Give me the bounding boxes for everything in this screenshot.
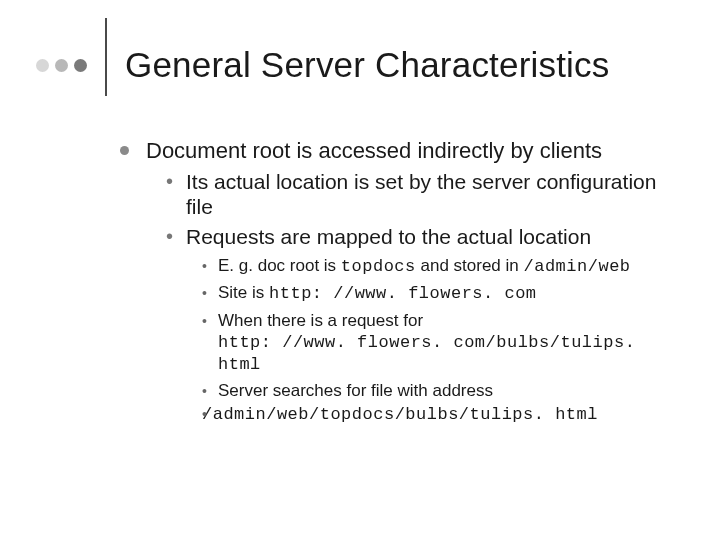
code-text: /admin/web/topdocs/bulbs/tulips. html xyxy=(202,405,598,424)
vertical-divider xyxy=(105,18,107,96)
text: Server searches for file with address xyxy=(218,381,493,400)
text: E. g. doc root is xyxy=(218,256,341,275)
text: and stored in xyxy=(416,256,524,275)
text: Site is xyxy=(218,283,269,302)
code-text: http: //www. flowers. com xyxy=(269,284,537,303)
bullet-level3: E. g. doc root is topdocs and stored in … xyxy=(202,256,666,278)
bullet-level2: Its actual location is set by the server… xyxy=(166,169,666,220)
page-title: General Server Characteristics xyxy=(125,45,610,85)
code-text: /admin/web xyxy=(524,257,631,276)
slide-body: Document root is accessed indirectly by … xyxy=(36,138,684,426)
dot-icon xyxy=(74,59,87,72)
slide: General Server Characteristics Document … xyxy=(0,0,720,540)
code-text: topdocs xyxy=(341,257,416,276)
level3-wrap: E. g. doc root is topdocs and stored in … xyxy=(166,256,666,426)
dot-icon xyxy=(36,59,49,72)
code-text: http: //www. flowers. com/bulbs/tulips. … xyxy=(218,333,635,374)
title-row: General Server Characteristics xyxy=(36,28,684,96)
dot-icon xyxy=(55,59,68,72)
bullet-level3-continuation: /admin/web/topdocs/bulbs/tulips. html xyxy=(202,404,666,426)
bullet-level3: Site is http: //www. flowers. com xyxy=(202,283,666,305)
bullet-level3: Server searches for file with address xyxy=(202,381,666,402)
text: When there is a request for xyxy=(218,311,423,330)
bullet-level3: When there is a request for http: //www.… xyxy=(202,311,666,375)
bullet-level1: Document root is accessed indirectly by … xyxy=(120,138,666,165)
bullet-level2: Requests are mapped to the actual locati… xyxy=(166,224,666,250)
level2-wrap: Its actual location is set by the server… xyxy=(120,169,666,426)
decorative-dots xyxy=(36,59,87,72)
